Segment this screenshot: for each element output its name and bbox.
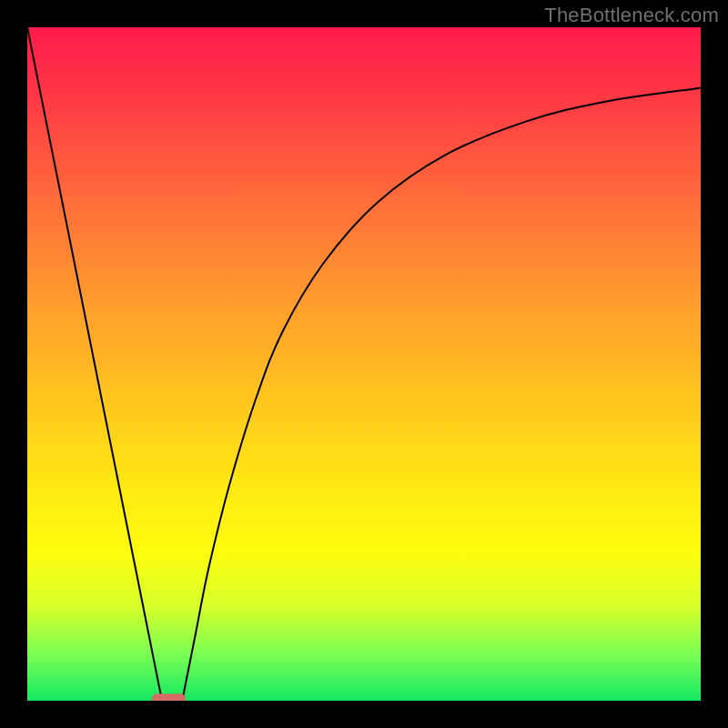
left-branch-line xyxy=(27,27,162,701)
curve-layer xyxy=(27,27,701,701)
chart-frame: TheBottleneck.com xyxy=(0,0,728,728)
bottleneck-marker-pill xyxy=(152,694,186,702)
right-branch-line xyxy=(182,88,701,701)
watermark-text: TheBottleneck.com xyxy=(544,4,719,27)
